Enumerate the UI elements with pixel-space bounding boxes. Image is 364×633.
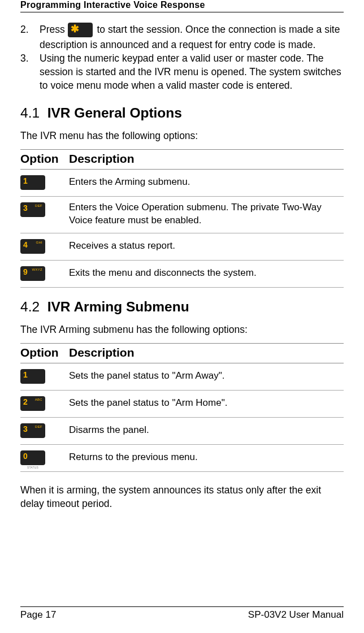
option-cell: 9WXYZ (20, 260, 69, 287)
description-cell: Sets the panel status to "Arm Home". (69, 390, 344, 417)
section-number: 4.2 (20, 299, 40, 314)
description-cell: Exits the menu and disconnects the syste… (69, 260, 344, 287)
option-cell: 1 (20, 169, 69, 196)
key-2-icon: 2ABC (20, 396, 45, 411)
key-3-icon: 3DEF (20, 423, 45, 438)
page-footer: Page 17 SP-03V2 User Manual (20, 606, 344, 621)
section-title: IVR Arming Submenu (47, 299, 189, 314)
key-sup: DEF (35, 425, 42, 428)
table-header-row: Option Description (20, 149, 344, 169)
col-option: Option (20, 343, 69, 363)
key-symbol: 9 (23, 268, 28, 276)
key-symbol: 1 (23, 177, 28, 185)
key-symbol: 2 (23, 398, 28, 406)
key-sup: ABC (35, 398, 42, 401)
key-symbol: 4 (23, 241, 28, 249)
table-row: 1 Sets the panel status to "Arm Away". (20, 363, 344, 390)
key-3-icon: 3DEF (20, 202, 45, 217)
key-sup: GHI (36, 241, 42, 244)
description-cell: Returns to the previous menu. (69, 444, 344, 471)
table-row: 9WXYZ Exits the menu and disconnects the… (20, 260, 344, 287)
section-note: When it is arming, the system announces … (20, 483, 344, 510)
page-header: Programming Interactive Voice Response (20, 0, 344, 12)
option-cell: 3DEF (20, 196, 69, 233)
table-row: 3DEF Enters the Voice Operation submenu.… (20, 196, 344, 233)
key-symbol: 3 (23, 425, 28, 433)
table-row: 3DEF Disarms the panel. (20, 417, 344, 444)
key-9-icon: 9WXYZ (20, 266, 45, 281)
star-key-icon: ✱ (68, 23, 93, 37)
section-lead: The IVR Arming submenu has the following… (20, 323, 344, 336)
description-cell: Receives a status report. (69, 233, 344, 260)
step-pre-text: Press (40, 24, 68, 35)
table-row: 1 Enters the Arming submenu. (20, 169, 344, 196)
section-number: 4.1 (20, 105, 40, 120)
step-content: Press ✱ to start the session. Once the c… (40, 23, 344, 51)
step-number: 2. (20, 23, 40, 51)
option-cell: 3DEF (20, 417, 69, 444)
steps-list: 2. Press ✱ to start the session. Once th… (20, 23, 344, 93)
key-1-icon: 1 (20, 369, 45, 384)
option-cell: 4GHI (20, 233, 69, 260)
step-content: Using the numeric keypad enter a valid u… (40, 51, 344, 92)
key-0-icon: 0STATUS (20, 450, 45, 465)
key-symbol: 1 (23, 371, 28, 379)
col-description: Description (69, 149, 344, 169)
description-cell: Enters the Arming submenu. (69, 169, 344, 196)
key-sup: DEF (35, 204, 42, 207)
footer-manual-title: SP-03V2 User Manual (248, 609, 344, 621)
section-lead: The IVR menu has the following options: (20, 129, 344, 142)
key-symbol: ✱ (71, 24, 79, 34)
footer-page-number: Page 17 (20, 609, 56, 621)
section-title: IVR General Options (47, 105, 182, 120)
table-row: 4GHI Receives a status report. (20, 233, 344, 260)
col-description: Description (69, 343, 344, 363)
section-heading-4-2: 4.2 IVR Arming Submenu (20, 299, 344, 315)
step-2: 2. Press ✱ to start the session. Once th… (20, 23, 344, 51)
section-heading-4-1: 4.1 IVR General Options (20, 105, 344, 121)
option-cell: 0STATUS (20, 444, 69, 471)
key-sup: WXYZ (32, 268, 42, 271)
ivr-general-options-table: Option Description 1 Enters the Arming s… (20, 149, 344, 288)
key-1-icon: 1 (20, 175, 45, 190)
table-row: 2ABC Sets the panel status to "Arm Home"… (20, 390, 344, 417)
description-cell: Disarms the panel. (69, 417, 344, 444)
ivr-arming-submenu-table: Option Description 1 Sets the panel stat… (20, 343, 344, 472)
table-row: 0STATUS Returns to the previous menu. (20, 444, 344, 471)
description-cell: Enters the Voice Operation submenu. The … (69, 196, 344, 233)
step-3: 3. Using the numeric keypad enter a vali… (20, 51, 344, 92)
table-header-row: Option Description (20, 343, 344, 363)
key-4-icon: 4GHI (20, 239, 45, 254)
description-cell: Sets the panel status to "Arm Away". (69, 363, 344, 390)
step-number: 3. (20, 51, 40, 92)
option-cell: 1 (20, 363, 69, 390)
key-symbol: 3 (23, 204, 28, 212)
option-cell: 2ABC (20, 390, 69, 417)
col-option: Option (20, 149, 69, 169)
key-label: STATUS (20, 466, 45, 470)
key-symbol: 0 (23, 452, 28, 460)
